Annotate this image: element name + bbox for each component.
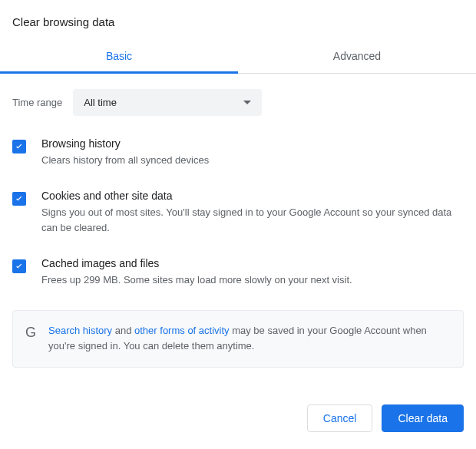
dialog-body: Time range All time Browsing history Cle… xyxy=(0,74,476,368)
option-text: Browsing history Clears history from all… xyxy=(41,137,464,168)
cancel-button[interactable]: Cancel xyxy=(307,404,373,432)
option-title: Cached images and files xyxy=(41,257,464,269)
option-title: Browsing history xyxy=(41,137,464,150)
check-icon xyxy=(14,193,25,204)
notice-text: Search history and other forms of activi… xyxy=(48,323,451,355)
dialog-footer: Cancel Clear data xyxy=(0,368,476,444)
other-activity-link[interactable]: other forms of activity xyxy=(134,325,230,336)
search-history-link[interactable]: Search history xyxy=(48,325,112,336)
option-text: Cached images and files Frees up 299 MB.… xyxy=(41,257,464,288)
time-range-row: Time range All time xyxy=(12,89,464,116)
check-icon xyxy=(14,261,25,272)
google-logo-icon: G xyxy=(25,325,36,341)
checkbox-cookies[interactable] xyxy=(12,192,26,206)
checkbox-cache[interactable] xyxy=(12,259,26,273)
option-cache: Cached images and files Frees up 299 MB.… xyxy=(12,257,464,288)
time-range-value: All time xyxy=(84,97,117,108)
clear-data-button[interactable]: Clear data xyxy=(382,404,464,432)
option-text: Cookies and other site data Signs you ou… xyxy=(41,190,464,236)
tab-advanced[interactable]: Advanced xyxy=(238,41,476,73)
tabs: Basic Advanced xyxy=(0,41,476,74)
option-desc: Clears history from all synced devices xyxy=(41,153,464,168)
option-browsing-history: Browsing history Clears history from all… xyxy=(12,137,464,168)
option-title: Cookies and other site data xyxy=(41,190,464,202)
checkbox-browsing-history[interactable] xyxy=(12,140,26,154)
time-range-select[interactable]: All time xyxy=(73,89,262,116)
tab-basic[interactable]: Basic xyxy=(0,41,238,73)
option-cookies: Cookies and other site data Signs you ou… xyxy=(12,190,464,236)
notice-mid: and xyxy=(112,325,134,336)
check-icon xyxy=(14,141,25,152)
chevron-down-icon xyxy=(243,101,251,104)
option-desc: Signs you out of most sites. You'll stay… xyxy=(41,205,464,236)
clear-browsing-data-dialog: Clear browsing data Basic Advanced Time … xyxy=(0,0,476,444)
option-desc: Frees up 299 MB. Some sites may load mor… xyxy=(41,272,464,288)
time-range-label: Time range xyxy=(12,97,62,108)
dialog-title: Clear browsing data xyxy=(0,0,476,41)
google-account-notice: G Search history and other forms of acti… xyxy=(12,310,464,368)
